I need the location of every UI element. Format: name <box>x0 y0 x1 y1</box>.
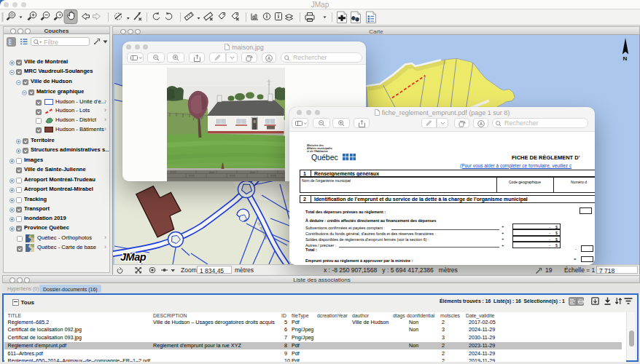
svg-text:JMap: JMap <box>120 251 147 263</box>
svg-text:N: N <box>623 55 628 62</box>
